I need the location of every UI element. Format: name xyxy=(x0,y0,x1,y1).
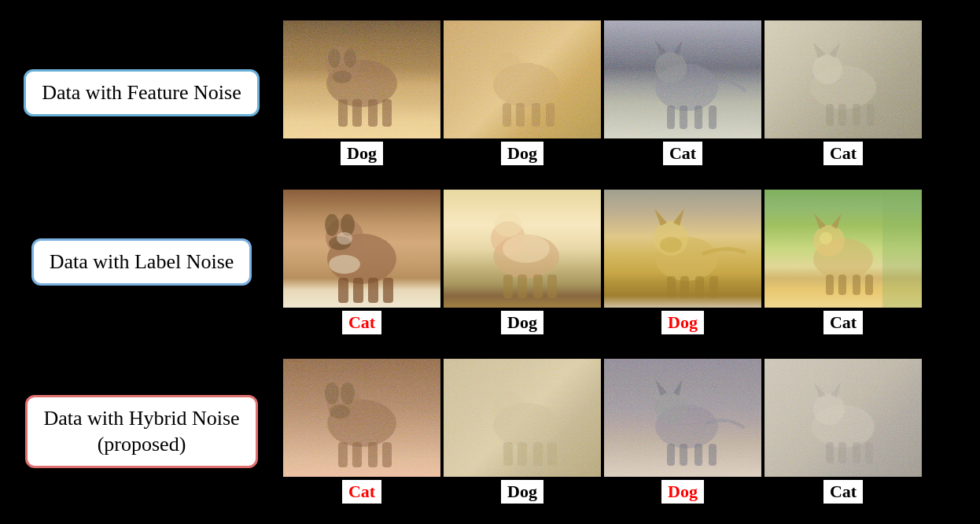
svg-rect-46 xyxy=(533,275,543,298)
svg-rect-36 xyxy=(383,278,393,303)
svg-point-38 xyxy=(325,214,339,236)
svg-rect-64 xyxy=(838,275,846,295)
label-dog2-caption: Dog xyxy=(501,311,543,334)
svg-marker-62 xyxy=(831,213,842,229)
feature-noise-images-row: Dog xyxy=(283,20,980,165)
label-cat-silhouette-2 xyxy=(764,190,922,308)
hybrid-image-col-1: Cat xyxy=(283,359,440,504)
hybrid-dog2-noise xyxy=(444,359,601,477)
svg-point-68 xyxy=(820,232,832,245)
svg-rect-54 xyxy=(667,276,676,298)
main-container: Data with Feature Noise xyxy=(0,0,980,524)
hybrid-image-col-4: Cat xyxy=(764,359,922,504)
hybrid-noise-images: Cat xyxy=(283,359,980,504)
hybrid-dog1-noise xyxy=(283,359,440,477)
hybrid-image-col-3: Dog xyxy=(604,359,761,504)
svg-rect-67 xyxy=(882,190,922,308)
label-cat2-bg xyxy=(764,190,922,308)
feature-cat1-bg xyxy=(604,20,761,138)
hybrid-dog2-img xyxy=(444,359,601,477)
label-dog2-bg xyxy=(444,190,601,308)
feature-dog1-caption: Dog xyxy=(341,142,383,165)
hybrid-cat2-noise xyxy=(764,359,922,477)
hybrid-cat1-noise xyxy=(604,359,761,477)
label-cat-silhouette-1 xyxy=(604,190,761,308)
feature-dog1-img xyxy=(283,20,440,138)
svg-point-41 xyxy=(337,232,352,245)
image-col-3: Cat xyxy=(604,20,761,165)
row-label-noise: Data with Label Noise xyxy=(0,177,980,346)
feature-dog2-noise xyxy=(444,20,601,138)
feature-cat1-noise xyxy=(604,20,761,138)
feature-cat2-bg xyxy=(764,20,922,138)
feature-dog2-bg xyxy=(444,20,601,138)
hybrid-dog1-caption: Cat xyxy=(342,480,381,504)
hybrid-cat2-bg xyxy=(764,359,922,477)
label-noise-label-box: Data with Label Noise xyxy=(0,234,283,290)
feature-noise-images: Dog xyxy=(283,20,980,165)
hybrid-dog2-caption: Dog xyxy=(501,480,543,504)
svg-rect-65 xyxy=(853,275,860,295)
feature-noise-label-box: Data with Feature Noise xyxy=(0,65,283,120)
row-feature-noise: Data with Feature Noise xyxy=(0,8,980,177)
svg-point-48 xyxy=(494,213,522,237)
row-hybrid-noise: Data with Hybrid Noise(proposed) xyxy=(0,347,980,516)
hybrid-dog1-img xyxy=(283,359,440,477)
hybrid-dog1-bg xyxy=(283,359,440,477)
hybrid-cat1-bg xyxy=(604,359,761,477)
svg-rect-63 xyxy=(826,275,834,295)
svg-point-49 xyxy=(503,234,550,263)
svg-marker-53 xyxy=(673,208,684,226)
svg-point-40 xyxy=(329,255,360,274)
svg-point-58 xyxy=(660,237,682,253)
label-dog-silhouette-2 xyxy=(444,190,601,308)
label-image-col-3: Dog xyxy=(604,190,761,334)
label-dog2-img xyxy=(444,190,601,308)
label-image-col-4: Cat xyxy=(764,190,922,334)
hybrid-noise-label-box: Data with Hybrid Noise(proposed) xyxy=(0,391,283,473)
svg-marker-61 xyxy=(814,213,826,229)
label-cat2-caption: Cat xyxy=(823,311,863,334)
feature-cat1-caption: Cat xyxy=(663,142,702,165)
hybrid-cat1-caption: Dog xyxy=(661,480,704,504)
label-dog-silhouette-1 xyxy=(283,190,440,308)
svg-rect-56 xyxy=(695,276,704,298)
label-dog1-caption: Cat xyxy=(342,311,381,334)
feature-dog1-bg xyxy=(283,20,440,138)
hybrid-cat2-caption: Cat xyxy=(823,480,863,504)
feature-cat2-noise xyxy=(764,20,922,138)
label-image-col-2: Dog xyxy=(444,190,601,334)
label-dog1-img xyxy=(283,190,440,308)
label-cat1-caption: Dog xyxy=(661,311,704,334)
svg-marker-52 xyxy=(654,208,667,226)
feature-dog2-img xyxy=(444,20,601,138)
svg-rect-33 xyxy=(338,278,348,303)
svg-rect-44 xyxy=(503,275,513,298)
svg-rect-47 xyxy=(547,275,557,298)
image-col-1: Dog xyxy=(283,20,440,165)
feature-cat1-img xyxy=(604,20,761,138)
hybrid-noise-images-row: Cat xyxy=(283,359,980,504)
feature-dog2-caption: Dog xyxy=(501,142,543,165)
hybrid-cat2-img xyxy=(764,359,922,477)
image-col-2: Dog xyxy=(444,20,601,165)
svg-rect-66 xyxy=(865,275,873,295)
label-noise-images-row: Cat xyxy=(283,190,980,334)
label-cat1-img xyxy=(604,190,761,308)
label-dog1-bg xyxy=(283,190,440,308)
feature-dog1-noise xyxy=(283,20,440,138)
svg-rect-34 xyxy=(353,278,363,303)
feature-cat2-img xyxy=(764,20,922,138)
label-cat2-img xyxy=(764,190,922,308)
image-col-4: Cat xyxy=(764,20,922,165)
label-noise-label: Data with Label Noise xyxy=(31,238,252,286)
label-noise-images: Cat xyxy=(283,190,980,334)
svg-rect-57 xyxy=(709,276,718,298)
hybrid-dog2-bg xyxy=(444,359,601,477)
svg-rect-45 xyxy=(518,275,527,298)
hybrid-cat1-img xyxy=(604,359,761,477)
label-cat1-bg xyxy=(604,190,761,308)
svg-rect-35 xyxy=(368,278,378,303)
feature-cat2-caption: Cat xyxy=(823,142,863,165)
feature-noise-label: Data with Feature Noise xyxy=(24,69,259,116)
